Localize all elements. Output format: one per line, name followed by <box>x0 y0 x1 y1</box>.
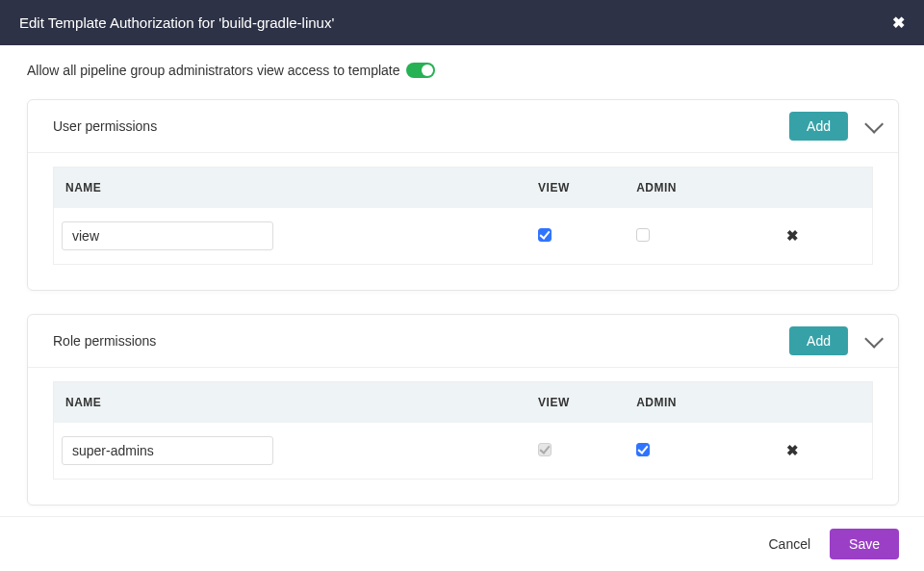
user-admin-checkbox[interactable] <box>636 228 650 242</box>
chevron-down-icon[interactable] <box>864 329 884 349</box>
user-panel-title: User permissions <box>53 118 789 134</box>
modal-title: Edit Template Authorization for 'build-g… <box>19 14 334 31</box>
user-panel-body: NAME VIEW ADMIN ✖ <box>28 153 898 290</box>
role-col-admin: ADMIN <box>627 382 757 424</box>
role-admin-checkbox[interactable] <box>636 443 650 456</box>
role-col-name: NAME <box>54 382 529 424</box>
role-panel-title: Role permissions <box>53 333 789 349</box>
user-col-name: NAME <box>54 168 529 209</box>
role-name-input[interactable] <box>62 436 273 465</box>
allow-toggle[interactable] <box>406 63 435 78</box>
save-button[interactable]: Save <box>830 529 899 559</box>
modal-footer: Cancel Save <box>0 516 924 571</box>
role-panel-header: Role permissions Add <box>28 315 898 368</box>
allow-toggle-label: Allow all pipeline group administrators … <box>27 63 400 78</box>
user-name-input[interactable] <box>62 221 273 250</box>
chevron-down-icon[interactable] <box>864 115 884 134</box>
role-col-view: VIEW <box>528 382 627 424</box>
user-panel-header: User permissions Add <box>28 100 898 153</box>
user-permissions-table: NAME VIEW ADMIN ✖ <box>53 167 873 265</box>
user-col-admin: ADMIN <box>627 168 757 209</box>
user-col-view: VIEW <box>528 168 627 209</box>
delete-icon[interactable]: ✖ <box>767 227 799 244</box>
table-row: ✖ <box>54 208 873 265</box>
modal-body: Allow all pipeline group administrators … <box>0 45 924 517</box>
role-view-checkbox <box>538 443 552 456</box>
user-add-button[interactable]: Add <box>789 112 848 141</box>
role-permissions-panel: Role permissions Add NAME VIEW ADMIN <box>27 314 899 506</box>
role-panel-body: NAME VIEW ADMIN ✖ <box>28 368 898 505</box>
delete-icon[interactable]: ✖ <box>767 442 799 458</box>
cancel-button[interactable]: Cancel <box>768 536 810 552</box>
user-col-delete <box>757 168 872 209</box>
user-permissions-panel: User permissions Add NAME VIEW ADMIN <box>27 99 899 291</box>
table-row: ✖ <box>54 423 873 480</box>
role-add-button[interactable]: Add <box>789 326 848 355</box>
user-view-checkbox[interactable] <box>538 228 552 242</box>
role-col-delete <box>757 382 872 424</box>
role-permissions-table: NAME VIEW ADMIN ✖ <box>53 381 873 480</box>
modal-header: Edit Template Authorization for 'build-g… <box>0 0 924 45</box>
allow-toggle-row: Allow all pipeline group administrators … <box>27 63 899 78</box>
close-icon[interactable]: ✖ <box>892 13 905 32</box>
